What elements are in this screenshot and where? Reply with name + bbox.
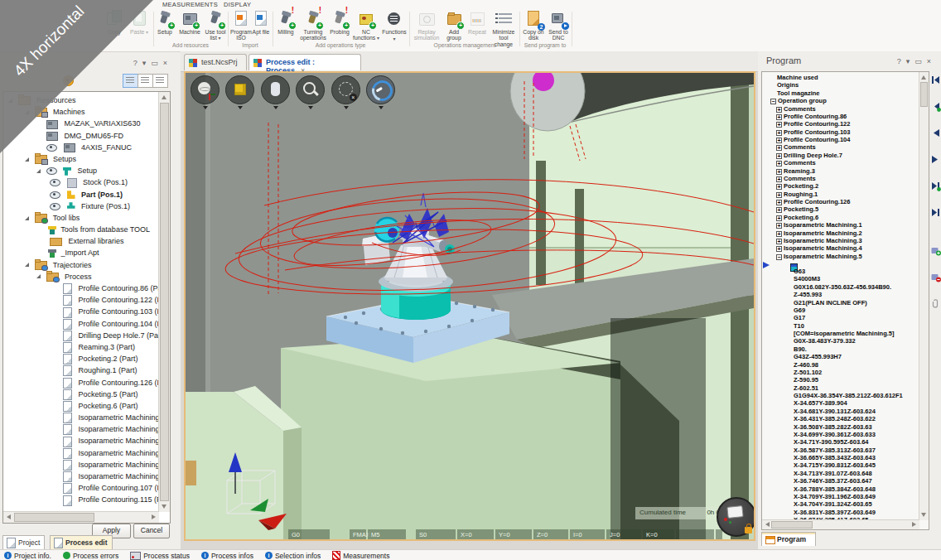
- chevron-down-icon[interactable]: ▾: [906, 57, 915, 65]
- add-operation-button[interactable]: [930, 245, 941, 256]
- program-tree-item[interactable]: +Profile Contouring.122: [762, 120, 929, 128]
- milling-button[interactable]: Milling: [274, 10, 297, 46]
- expand-box-icon[interactable]: +: [776, 169, 782, 175]
- tree-item-resources[interactable]: Ressources: [8, 94, 170, 106]
- tab-test-ncsprj[interactable]: test.NcsPrj: [184, 54, 247, 70]
- tree-item-tool-libs[interactable]: Tool libs: [25, 212, 170, 224]
- expand-box-icon[interactable]: +: [776, 114, 782, 120]
- scroll-left-icon[interactable]: [765, 522, 770, 527]
- gcode-line[interactable]: G21(PLAN INCLINE OFF): [762, 299, 929, 307]
- tree-item-operation[interactable]: Isoparametric Machining.4 (Pa: [63, 447, 170, 459]
- view-mode-button-2[interactable]: [138, 74, 153, 88]
- tree-item-operation[interactable]: Profile Contouring.104 (Part): [63, 318, 170, 330]
- use-tool-list-button[interactable]: Use tool list: [204, 10, 227, 46]
- tree-item-machine[interactable]: MAZAK_VARIAXIS630: [46, 118, 170, 129]
- tree-item-machine[interactable]: 4AXIS_FANUC: [46, 142, 170, 153]
- gcode-line[interactable]: X-36.508Y-385.282Z-603.63: [762, 423, 929, 431]
- scroll-thumb[interactable]: [771, 521, 813, 529]
- tree-item-operation[interactable]: Pocketing.2 (Part): [63, 353, 170, 364]
- skip-to-start-button[interactable]: [930, 75, 941, 85]
- add-group-button[interactable]: Add group: [443, 10, 465, 46]
- setup-button[interactable]: Setup: [154, 10, 176, 46]
- tree-item-trajectories[interactable]: Trajectories: [25, 259, 170, 271]
- stock-display-button[interactable]: [261, 75, 290, 104]
- status-item[interactable]: Project info.: [4, 551, 51, 560]
- program-tree-item[interactable]: +Reaming.3: [762, 167, 929, 175]
- pin-icon[interactable]: ▭: [914, 57, 927, 65]
- tree-item-setups[interactable]: Setups: [25, 153, 170, 165]
- chevron-down-icon[interactable]: ▾: [142, 59, 152, 67]
- tree-item-machines[interactable]: Machines: [25, 106, 170, 118]
- gcode-line[interactable]: G1G94X-36.354Y-385.212Z-603.612F1: [762, 392, 929, 399]
- paste-button[interactable]: Paste: [128, 10, 151, 46]
- expander-icon[interactable]: [8, 99, 12, 103]
- scroll-down-icon[interactable]: [921, 513, 926, 517]
- gcode-line[interactable]: G17: [762, 314, 929, 321]
- gcode-line[interactable]: Z-455.993: [762, 291, 929, 298]
- program-tree-item[interactable]: +Pocketing.2: [762, 182, 929, 190]
- tree-item-operation[interactable]: Isoparametric Machining.5 (Pa: [63, 459, 170, 471]
- gcode-line[interactable]: Z-590.95: [762, 376, 929, 384]
- scroll-left-icon[interactable]: [7, 514, 11, 519]
- gcode-line[interactable]: G0X16.082Y-350.63Z-456.934B90.: [762, 283, 929, 291]
- program-tree-item[interactable]: +Isoparametric Machining.2: [762, 229, 929, 237]
- expand-box-icon[interactable]: −: [770, 99, 776, 104]
- next-operation-button[interactable]: [930, 181, 941, 191]
- expand-box-icon[interactable]: +: [776, 107, 782, 113]
- gcode-line[interactable]: X-36.831Y-385.397Z-603.649: [762, 509, 929, 516]
- status-item[interactable]: Process errors: [63, 551, 118, 560]
- eye-icon[interactable]: [50, 191, 60, 199]
- expand-box-icon[interactable]: +: [776, 153, 782, 159]
- copy-button[interactable]: Copy: [103, 10, 126, 46]
- tree-item-setup-child[interactable]: Stock (Pos.1): [50, 176, 170, 188]
- tab-process-edit-process[interactable]: Process edit : Process×: [249, 54, 361, 70]
- expand-box-icon[interactable]: +: [776, 192, 782, 198]
- tab-project[interactable]: Project: [2, 535, 45, 550]
- program-vertical-scrollbar[interactable]: [919, 72, 929, 520]
- gcode-line[interactable]: X-34.699Y-390.361Z-603.633: [762, 431, 929, 438]
- selection-button[interactable]: [331, 75, 360, 104]
- expand-box-icon[interactable]: +: [776, 215, 782, 221]
- gcode-line[interactable]: X-36.788Y-385.384Z-603.648: [762, 485, 929, 493]
- tree-item-operation[interactable]: Pocketing.6 (Part): [63, 400, 170, 412]
- scroll-right-icon[interactable]: [912, 522, 916, 527]
- tab-process-edit[interactable]: Process edit: [50, 535, 113, 550]
- gcode-line[interactable]: G69: [762, 307, 929, 314]
- program-tree-item[interactable]: +Isoparametric Machining.4: [762, 244, 929, 252]
- play-backward-button[interactable]: [930, 128, 941, 138]
- tree-item-operation[interactable]: Isoparametric Machining.3 (Pa: [63, 435, 170, 447]
- tab-program[interactable]: Program: [761, 532, 816, 546]
- status-item[interactable]: Measurements: [332, 551, 389, 560]
- expander-icon[interactable]: [25, 157, 29, 162]
- gcode-line[interactable]: S4000M3: [762, 275, 929, 282]
- scroll-right-icon[interactable]: [152, 514, 156, 519]
- tree-item-operation[interactable]: Reaming.3 (Part): [63, 341, 170, 353]
- tree-item-tool-lib[interactable]: External libraries: [50, 235, 170, 247]
- view-mode-button-3[interactable]: [152, 74, 168, 88]
- program-tree-item[interactable]: Machine used: [762, 74, 929, 81]
- gcode-line[interactable]: G43Z-455.993H7: [762, 353, 929, 360]
- program-tree-item[interactable]: −Isoparametric Machining.5: [762, 253, 929, 260]
- expand-box-icon[interactable]: +: [776, 176, 782, 182]
- expand-box-icon[interactable]: +: [776, 138, 782, 143]
- program-horizontal-scrollbar[interactable]: [762, 519, 919, 529]
- program-tree-item[interactable]: +Comments: [762, 175, 929, 182]
- skip-to-end-button[interactable]: [930, 207, 941, 218]
- tree-item-setup-child[interactable]: Part (Pos.1): [50, 189, 170, 200]
- tree-item-operation[interactable]: Profile Contouring.126 (Part): [63, 377, 170, 389]
- expander-icon[interactable]: [25, 110, 29, 114]
- eye-icon[interactable]: [50, 179, 60, 186]
- gcode-line[interactable]: T10: [762, 322, 929, 330]
- program-tree-item[interactable]: +Profile Contouring.103: [762, 128, 929, 136]
- close-icon[interactable]: ×: [927, 57, 936, 65]
- gcode-line[interactable]: Z-460.98: [762, 361, 929, 369]
- program-iso-button[interactable]: Program ISO: [229, 10, 253, 46]
- tree-item-operation[interactable]: Roughing.1 (Part): [63, 364, 170, 376]
- program-tree-item[interactable]: +Roughing.1: [762, 191, 929, 198]
- remove-operation-button[interactable]: [930, 272, 941, 282]
- expander-icon[interactable]: [36, 274, 41, 278]
- gcode-line[interactable]: G0X-38.483Y-379.332: [762, 337, 929, 345]
- expand-box-icon[interactable]: +: [776, 145, 782, 151]
- probing-button[interactable]: Probing: [329, 10, 350, 46]
- tree-item-operation[interactable]: Profile Contouring.115 (Part): [63, 494, 170, 505]
